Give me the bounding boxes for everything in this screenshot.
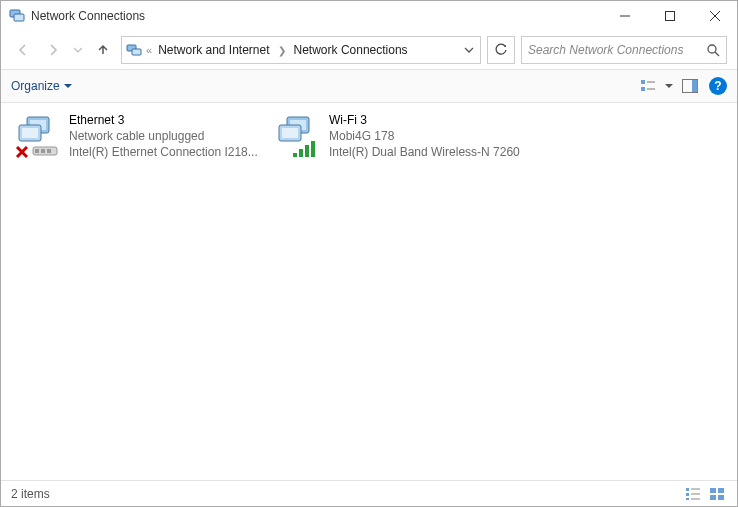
connection-name: Wi-Fi 3 bbox=[329, 113, 520, 127]
svg-rect-29 bbox=[282, 128, 298, 138]
maximize-button[interactable] bbox=[647, 1, 692, 31]
close-button[interactable] bbox=[692, 1, 737, 31]
svg-line-9 bbox=[715, 52, 719, 56]
connection-status: Network cable unplugged bbox=[69, 128, 258, 144]
svg-rect-23 bbox=[47, 149, 51, 153]
chevron-right-icon[interactable]: ❯ bbox=[276, 45, 288, 56]
svg-rect-19 bbox=[22, 128, 38, 138]
content-area[interactable]: Ethernet 3 Network cable unplugged Intel… bbox=[1, 103, 737, 480]
address-dropdown[interactable] bbox=[464, 45, 474, 55]
svg-rect-22 bbox=[41, 149, 45, 153]
window-title: Network Connections bbox=[31, 9, 602, 23]
svg-rect-31 bbox=[299, 149, 303, 157]
search-icon[interactable] bbox=[706, 43, 720, 57]
svg-rect-11 bbox=[641, 87, 645, 91]
svg-rect-42 bbox=[710, 495, 716, 500]
connection-item-wifi[interactable]: Wi-Fi 3 Mobi4G 178 Intel(R) Dual Band Wi… bbox=[273, 113, 523, 161]
svg-rect-7 bbox=[132, 49, 141, 55]
address-bar[interactable]: « Network and Internet ❯ Network Connect… bbox=[121, 36, 481, 64]
preview-pane-button[interactable] bbox=[679, 75, 701, 97]
location-icon bbox=[126, 42, 142, 58]
svg-rect-32 bbox=[305, 145, 309, 157]
ethernet-icon bbox=[13, 113, 61, 161]
organize-menu[interactable]: Organize bbox=[11, 79, 72, 93]
view-options-button[interactable] bbox=[637, 75, 659, 97]
title-bar: Network Connections bbox=[1, 1, 737, 31]
svg-rect-36 bbox=[686, 498, 689, 500]
refresh-button[interactable] bbox=[487, 36, 515, 64]
connection-status: Mobi4G 178 bbox=[329, 128, 520, 144]
window: Network Connections bbox=[0, 0, 738, 507]
item-count: 2 items bbox=[11, 487, 50, 501]
svg-rect-43 bbox=[718, 495, 724, 500]
svg-rect-15 bbox=[692, 80, 698, 92]
signal-bars-icon bbox=[293, 141, 315, 157]
svg-rect-35 bbox=[686, 493, 689, 496]
search-input[interactable]: Search Network Connections bbox=[521, 36, 727, 64]
overflow-chevron-icon[interactable]: « bbox=[146, 44, 152, 56]
organize-label: Organize bbox=[11, 79, 60, 93]
svg-rect-3 bbox=[665, 12, 674, 21]
wifi-icon bbox=[273, 113, 321, 161]
svg-point-8 bbox=[708, 45, 716, 53]
forward-button[interactable] bbox=[41, 38, 65, 62]
chevron-down-icon bbox=[64, 82, 72, 90]
help-button[interactable]: ? bbox=[709, 77, 727, 95]
minimize-button[interactable] bbox=[602, 1, 647, 31]
large-icons-view-button[interactable] bbox=[707, 485, 727, 503]
connection-item-ethernet[interactable]: Ethernet 3 Network cable unplugged Intel… bbox=[13, 113, 263, 161]
svg-rect-21 bbox=[35, 149, 39, 153]
svg-rect-1 bbox=[14, 14, 24, 21]
view-dropdown-button[interactable] bbox=[663, 75, 675, 97]
details-view-button[interactable] bbox=[683, 485, 703, 503]
navigation-row: « Network and Internet ❯ Network Connect… bbox=[1, 31, 737, 69]
connection-name: Ethernet 3 bbox=[69, 113, 258, 127]
svg-rect-33 bbox=[311, 141, 315, 157]
breadcrumb-segment[interactable]: Network Connections bbox=[292, 43, 410, 57]
svg-rect-40 bbox=[710, 488, 716, 493]
error-overlay-icon bbox=[17, 147, 27, 157]
app-icon bbox=[9, 8, 25, 24]
command-bar: Organize ? bbox=[1, 69, 737, 103]
svg-rect-34 bbox=[686, 488, 689, 491]
search-placeholder: Search Network Connections bbox=[528, 43, 706, 57]
svg-rect-41 bbox=[718, 488, 724, 493]
connection-text: Ethernet 3 Network cable unplugged Intel… bbox=[69, 113, 258, 160]
connection-device: Intel(R) Ethernet Connection I218... bbox=[69, 144, 258, 160]
svg-rect-30 bbox=[293, 153, 297, 157]
connection-device: Intel(R) Dual Band Wireless-N 7260 bbox=[329, 144, 520, 160]
status-bar: 2 items bbox=[1, 480, 737, 506]
back-button[interactable] bbox=[11, 38, 35, 62]
svg-rect-10 bbox=[641, 80, 645, 84]
up-button[interactable] bbox=[91, 38, 115, 62]
breadcrumb-segment[interactable]: Network and Internet bbox=[156, 43, 271, 57]
connection-text: Wi-Fi 3 Mobi4G 178 Intel(R) Dual Band Wi… bbox=[329, 113, 520, 160]
recent-locations-dropdown[interactable] bbox=[71, 38, 85, 62]
